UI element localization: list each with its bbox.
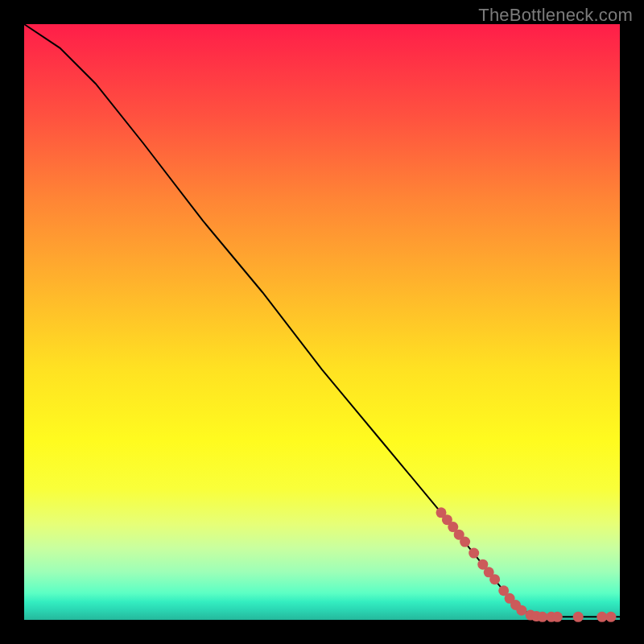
data-point <box>552 612 563 622</box>
data-point <box>460 537 470 547</box>
data-point <box>516 605 526 616</box>
data-point <box>489 574 500 584</box>
highlighted-points-group <box>436 507 617 622</box>
data-point <box>573 612 584 622</box>
bottleneck-curve <box>24 24 620 617</box>
data-point <box>597 612 607 622</box>
data-point <box>605 612 616 622</box>
data-point <box>537 612 547 622</box>
watermark-text: TheBottleneck.com <box>478 5 633 26</box>
chart-svg <box>24 24 620 620</box>
data-point <box>469 548 479 559</box>
